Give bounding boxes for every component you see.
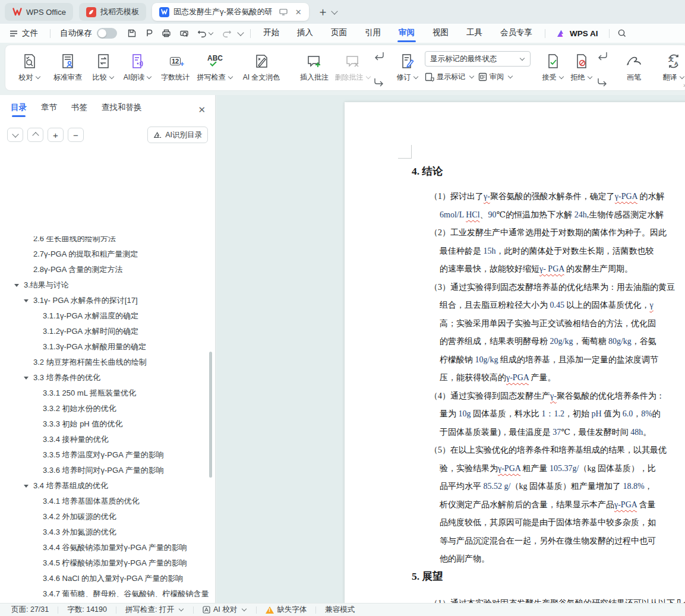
sidebar-tab-chapters[interactable]: 章节 [41, 102, 57, 117]
document-text-line[interactable]: （2）工业发酵生产中通常选用处于对数期的菌体作为种子。因此 [430, 226, 667, 239]
document-text-line[interactable]: 6mol/L HCl、90℃的恒温加热下水解 24h,生物传感器测定水解 [440, 209, 664, 222]
document-page[interactable]: 4. 结论 （1）探讨出了γ-聚谷氨酸的强酸水解条件，确定了γ-PGA 的水解6… [345, 102, 685, 603]
document-text-line[interactable]: 他的副产物。 [440, 552, 490, 566]
toc-item[interactable]: 2.8γ-PGA 含量的测定方法 [0, 262, 209, 277]
toc-item[interactable]: 3.3.4 接种量的优化 [0, 432, 209, 447]
toc-item[interactable]: 3.1.2γ-PGA 水解时间的确定 [0, 324, 209, 339]
document-text-line[interactable]: 析仪测定产品水解前后的含量，结果显示本产品γ-PGA 含量 [440, 498, 656, 511]
tab-docer-templates[interactable]: 找稻壳模板 [79, 3, 146, 21]
previous-comment-icon[interactable] [374, 52, 384, 61]
document-text-line[interactable]: 等与产品沉淀混合在一起，另外在微生物发酵的过程中也可 [440, 535, 656, 548]
toc-zoom-in-button[interactable]: + [48, 128, 64, 142]
menu-tab[interactable]: 审阅 [390, 24, 424, 43]
toc-collapse-caret-icon[interactable] [24, 299, 29, 302]
document-text-line[interactable]: （5）在以上实验优化的培养条件和培养基组成的结果，以其最优 [430, 444, 667, 457]
toc-collapse-button[interactable] [27, 128, 43, 142]
toc-collapse-caret-icon[interactable] [14, 284, 19, 287]
wps-ai-menu[interactable]: WPS AI [549, 29, 605, 38]
spell-check-button[interactable]: ABC 拼写检查 [194, 50, 236, 83]
show-markup-button[interactable]: 显示标记 [425, 72, 475, 82]
document-text-line[interactable]: 组合，且去脂豆粉粒径大小为 0.45 以上的固体基质优化，γ [440, 299, 654, 312]
tab-list-chevron-icon[interactable] [331, 8, 337, 14]
markup-state-dropdown[interactable]: 显示标记的最终状态 [425, 51, 531, 67]
translate-button[interactable]: 文A 翻译 [659, 50, 685, 83]
toc-item[interactable]: 3.1.1γ-PGA 水解温度的确定 [0, 308, 209, 324]
print-preview-button[interactable] [175, 29, 193, 38]
ai-proofread-status[interactable]: AI 校对 [201, 605, 248, 615]
document-text-line[interactable]: 高；实验采用单因子实验与正交试验相结合的方法，优化固 [440, 317, 656, 330]
undo-button[interactable] [193, 29, 218, 37]
ai-recognize-toc-button[interactable]: AI识别目录 [147, 127, 208, 143]
sidebar-close-icon[interactable]: ✕ [198, 105, 206, 115]
print-button[interactable] [157, 29, 175, 38]
document-text-line[interactable]: 的速率最快，故能较好缩短γ- PGA 的发酵生产周期。 [440, 263, 633, 276]
autosave-toggle[interactable] [97, 28, 117, 39]
sidebar-tab-bookmarks[interactable]: 书签 [71, 102, 87, 117]
document-heading-outlook[interactable]: 5. 展望 [412, 569, 443, 583]
clipped-text-line[interactable]: （1）通过本实验对固态发酵生产聚谷氨酸的研究结果还可以从以下几个方面进行进一步的… [430, 598, 685, 603]
toc-zoom-out-button[interactable]: − [68, 128, 84, 142]
menu-tab[interactable]: 会员专享 [491, 24, 541, 43]
menu-tab[interactable]: 引用 [356, 24, 390, 43]
document-text-line[interactable]: 压，能获得较高的γ-PGA 产量。 [440, 371, 556, 384]
toc-collapse-caret-icon[interactable] [24, 377, 29, 380]
save-button[interactable] [123, 29, 141, 38]
document-text-line[interactable]: 量为 10g 固体基质，料水比 1：1.2，初始 pH 值为 6.0，8%的 [440, 407, 661, 421]
new-tab-button[interactable]: ＋ [317, 4, 329, 20]
ai-polish-button[interactable]: AI 全文润色 [236, 50, 287, 83]
document-text-line[interactable]: 柠檬酸钠 10g/kg 组成的培养基，且添加一定量的盐浓度调节 [440, 353, 658, 367]
toc-item[interactable]: 3.3.1 250 mL 摇瓶装量优化 [0, 386, 209, 401]
toc-item[interactable]: 3.3.3 初始 pH 值的优化 [0, 416, 209, 432]
proofread-button[interactable]: 校对 [11, 50, 48, 83]
missing-font-warning[interactable]: 缺失字体 [264, 605, 308, 615]
menu-tab[interactable]: 工具 [457, 24, 491, 43]
previous-change-icon[interactable] [597, 52, 608, 61]
track-changes-button[interactable]: 修订 [394, 50, 421, 83]
toc-item[interactable]: 3.4.4 谷氨酸钠添加量对γ-PGA 产量的影响 [0, 540, 209, 555]
document-text-line[interactable]: 最佳种龄是 15h，此时的菌体处于对数生长期，活菌数也较 [440, 245, 654, 258]
sidebar-tab-find-replace[interactable]: 查找和替换 [102, 102, 142, 117]
search-icon[interactable] [613, 29, 631, 38]
document-text-line[interactable]: （1）探讨出了γ-聚谷氨酸的强酸水解条件，确定了γ-PGA 的水解 [430, 190, 664, 203]
quick-access-chevron-icon[interactable] [237, 29, 244, 36]
insert-comment-button[interactable]: 插入批注 [295, 50, 333, 83]
toc-item[interactable]: 3.4.6 NaCl 的加入量对γ-PGA 产量的影响 [0, 571, 209, 586]
page-indicator[interactable]: 页面: 27/31 [10, 605, 50, 615]
toc-item[interactable]: 3.4.2 外加碳源的优化 [0, 509, 209, 525]
sidebar-tab-toc[interactable]: 目录 [11, 102, 27, 117]
toc-item[interactable]: 2.6 生长曲线的绘制方法 [0, 236, 209, 247]
spell-check-status[interactable]: 拼写检查: 打开 [124, 605, 185, 615]
toc-item[interactable]: 3.4.1 培养基固体基质的优化 [0, 494, 209, 509]
tab-wps-office[interactable]: WPS Office [5, 3, 73, 21]
reject-button[interactable]: 拒绝 [567, 50, 596, 83]
toc-item[interactable]: 3.3.2 初始水份的优化 [0, 401, 209, 416]
toc-collapse-caret-icon[interactable] [24, 485, 29, 488]
export-pdf-button[interactable] [141, 29, 157, 38]
menu-tab[interactable]: 开始 [254, 24, 288, 43]
review-pane-button[interactable]: 审阅 [478, 72, 513, 82]
toc-item[interactable]: 3.3.6 培养时间对γ-PGA 产量的影响 [0, 463, 209, 478]
toc-item[interactable]: 3.结果与讨论 [0, 277, 209, 293]
document-text-line[interactable]: 品纯度较低，其原因可能是由于固体培养基中较多杂质，如 [440, 516, 656, 529]
standard-review-button[interactable]: 标准审查 [48, 50, 87, 83]
document-text-line[interactable]: 品平均水平 85.52 g/（kg 固体基质）粗产量增加了 18.8%， [440, 480, 653, 493]
document-text-line[interactable]: （4）通过实验得到固态发酵生产γ-聚谷氨酸的优化培养条件为： [430, 390, 665, 403]
document-text-line[interactable]: 于固体基质装量)，最佳温度是 37℃，最佳发酵时间 48h。 [440, 426, 651, 439]
document-text-line[interactable]: （3）通过实验得到固态发酵培养基的优化结果为：用去油脂的黄豆 [430, 281, 675, 294]
accept-button[interactable]: 接受 [539, 50, 567, 83]
document-text-line[interactable]: 验，实验结果为γ-PGA 粗产量 105.37g/（kg 固体基质），比 [440, 462, 656, 475]
tab-document-active[interactable]: 固态发酵生产γ-聚谷氨酸的研 ✕ [152, 3, 309, 21]
menu-tab[interactable]: 视图 [424, 24, 457, 43]
sidebar-scrollbar[interactable] [209, 352, 212, 478]
undo-chevron-icon[interactable] [209, 30, 213, 34]
toc-item[interactable]: 3.2 纳豆芽孢杆菌生长曲线的绘制 [0, 355, 209, 370]
toc-expand-button[interactable] [7, 128, 23, 142]
brush-button[interactable]: 画笔 [617, 50, 651, 83]
menu-tab[interactable]: 插入 [288, 24, 322, 43]
toc-item[interactable]: 3.1.3γ-PGA 水解酸用量的确定 [0, 339, 209, 355]
toc-item[interactable]: 2.7γ-PGA 的提取和粗产量测定 [0, 247, 209, 262]
word-count-button[interactable]: 12+ 字数统计 [156, 50, 194, 83]
document-heading-conclusion[interactable]: 4. 结论 [412, 164, 443, 178]
next-comment-icon[interactable] [374, 78, 384, 87]
redo-button[interactable] [218, 29, 236, 37]
